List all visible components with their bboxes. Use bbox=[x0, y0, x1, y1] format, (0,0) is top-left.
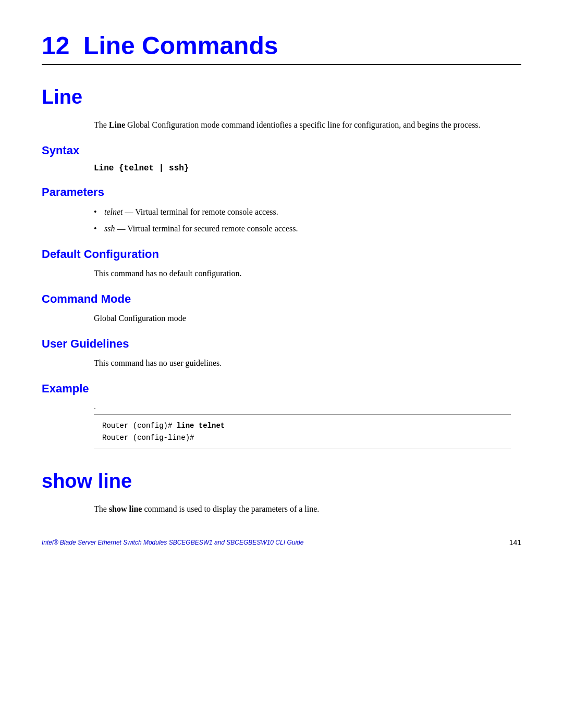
chapter-title: 12 Line Commands bbox=[42, 31, 521, 60]
code-line-1-prefix: Router (config)# bbox=[102, 422, 177, 430]
command-mode-block: Global Configuration mode bbox=[94, 312, 521, 325]
line-section-heading: Line bbox=[42, 86, 521, 108]
parameters-list: telnet — Virtual terminal for remote con… bbox=[94, 205, 521, 235]
param-ssh: ssh — Virtual terminal for secured remot… bbox=[94, 222, 521, 236]
line-section: Line The Line Global Configuration mode … bbox=[42, 86, 521, 449]
syntax-heading: Syntax bbox=[42, 144, 521, 157]
line-description-block: The Line Global Configuration mode comma… bbox=[94, 119, 521, 131]
default-config-text: This command has no default configuratio… bbox=[94, 267, 521, 280]
chapter-divider bbox=[42, 64, 521, 65]
line-description: The Line Global Configuration mode comma… bbox=[94, 119, 521, 131]
command-mode-heading: Command Mode bbox=[42, 292, 521, 306]
param-telnet: telnet — Virtual terminal for remote con… bbox=[94, 205, 521, 219]
user-guidelines-block: This command has no user guidelines. bbox=[94, 357, 521, 369]
line-bold-keyword: Line bbox=[109, 120, 125, 129]
example-heading: Example bbox=[42, 382, 521, 396]
footer-page-number: 141 bbox=[509, 538, 521, 547]
code-line-2: Router (config-line)# bbox=[102, 432, 503, 443]
chapter-heading: Line Commands bbox=[83, 32, 278, 59]
example-code-box: Router (config)# line telnet Router (con… bbox=[94, 414, 511, 449]
default-config-heading: Default Configuration bbox=[42, 248, 521, 261]
show-line-description-block: The show line command is used to display… bbox=[94, 503, 521, 515]
user-guidelines-heading: User Guidelines bbox=[42, 337, 521, 351]
page-footer: Intel® Blade Server Ethernet Switch Modu… bbox=[42, 538, 521, 547]
show-line-description: The show line command is used to display… bbox=[94, 503, 521, 515]
param-ssh-name: ssh bbox=[104, 224, 115, 233]
footer-text: Intel® Blade Server Ethernet Switch Modu… bbox=[42, 539, 303, 546]
parameters-heading: Parameters bbox=[42, 186, 521, 199]
syntax-code: Line {telnet | ssh} bbox=[94, 164, 521, 173]
show-line-section: show line The show line command is used … bbox=[42, 470, 521, 515]
show-line-section-heading: show line bbox=[42, 470, 521, 492]
command-mode-text: Global Configuration mode bbox=[94, 312, 521, 325]
code-line-1: Router (config)# line telnet bbox=[102, 420, 503, 431]
show-line-bold-keyword: show line bbox=[109, 504, 142, 513]
param-telnet-name: telnet bbox=[104, 207, 123, 216]
default-config-block: This command has no default configuratio… bbox=[94, 267, 521, 280]
code-line-1-bold: line telnet bbox=[177, 422, 225, 430]
page-container: 12 Line Commands Line The Line Global Co… bbox=[0, 0, 563, 562]
chapter-number: 12 bbox=[42, 32, 69, 59]
user-guidelines-text: This command has no user guidelines. bbox=[94, 357, 521, 369]
example-dot: . bbox=[94, 402, 521, 411]
